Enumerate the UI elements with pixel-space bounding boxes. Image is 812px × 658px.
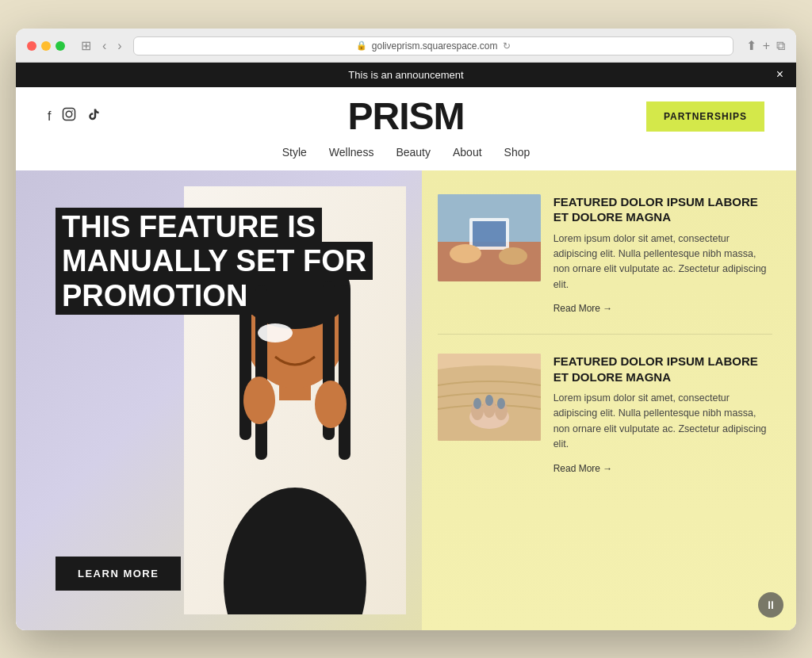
tabs-button[interactable]: ⧉ — [776, 38, 785, 53]
website-content: This is an announcement × f PRISM PARTNE… — [16, 63, 796, 630]
pause-button[interactable]: ⏸ — [758, 592, 783, 618]
article-1-image — [438, 194, 541, 281]
learn-more-button[interactable]: LEARN MORE — [56, 557, 181, 591]
svg-rect-0 — [63, 109, 75, 121]
instagram-link[interactable] — [62, 107, 76, 125]
svg-point-16 — [315, 381, 347, 428]
featured-article-2: FEATURED DOLOR IPSUM LABORE ET DOLORE MA… — [438, 354, 772, 475]
new-tab-button[interactable]: + — [763, 38, 770, 53]
hero-right: FEATURED DOLOR IPSUM LABORE ET DOLORE MA… — [422, 170, 796, 630]
svg-rect-20 — [473, 221, 506, 247]
svg-point-29 — [473, 398, 481, 409]
announcement-bar: This is an announcement × — [16, 63, 796, 87]
article-2-read-more[interactable]: Read More → — [553, 463, 613, 474]
article-1-title: FEATURED DOLOR IPSUM LABORE ET DOLORE MA… — [553, 194, 772, 225]
browser-chrome: ⊞ ‹ › 🔒 goliveprism.squarespace.com ↻ ⬆ … — [16, 29, 796, 63]
minimize-traffic-light[interactable] — [41, 41, 51, 51]
svg-point-22 — [499, 247, 527, 265]
partnerships-button[interactable]: PARTNERSHIPS — [646, 101, 764, 132]
instagram-icon — [62, 107, 76, 121]
hero-section: THIS FEATURE IS MANUALLY SET FOR PROMOTI… — [16, 170, 796, 630]
svg-point-14 — [258, 323, 293, 342]
browser-action-buttons: ⬆ + ⧉ — [746, 38, 785, 53]
svg-point-1 — [67, 111, 73, 117]
nav-wellness[interactable]: Wellness — [329, 146, 374, 159]
lock-icon: 🔒 — [356, 40, 367, 51]
article-1-body: Lorem ipsum dolor sit amet, consectetur … — [553, 231, 772, 293]
article-1-read-more[interactable]: Read More → — [553, 303, 613, 314]
reload-icon[interactable]: ↻ — [503, 40, 511, 52]
article-2-title: FEATURED DOLOR IPSUM LABORE ET DOLORE MA… — [553, 354, 772, 384]
forward-button[interactable]: › — [114, 37, 124, 55]
nav-beauty[interactable]: Beauty — [396, 146, 431, 159]
site-logo: PRISM — [347, 94, 464, 138]
featured-article-1: FEATURED DOLOR IPSUM LABORE ET DOLORE MA… — [438, 194, 772, 316]
browser-window: ⊞ ‹ › 🔒 goliveprism.squarespace.com ↻ ⬆ … — [16, 29, 796, 630]
facebook-link[interactable]: f — [48, 109, 51, 124]
svg-point-31 — [497, 398, 505, 409]
article-2-svg — [438, 354, 541, 441]
hero-headline: THIS FEATURE IS MANUALLY SET FOR PROMOTI… — [56, 210, 422, 314]
article-2-body: Lorem ipsum dolor sit amet, consectetur … — [553, 391, 772, 453]
back-button[interactable]: ‹ — [99, 37, 109, 55]
tiktok-link[interactable] — [87, 108, 101, 124]
header-top-row: f PRISM PARTNERSHIPS — [48, 101, 764, 132]
traffic-lights — [27, 41, 65, 51]
social-links: f — [48, 107, 101, 125]
article-2-content: FEATURED DOLOR IPSUM LABORE ET DOLORE MA… — [553, 354, 772, 475]
article-1-svg — [438, 194, 541, 281]
hero-wrapper: THIS FEATURE IS MANUALLY SET FOR PROMOTI… — [16, 170, 796, 630]
fullscreen-traffic-light[interactable] — [56, 41, 65, 51]
svg-point-2 — [72, 110, 74, 112]
address-bar[interactable]: 🔒 goliveprism.squarespace.com ↻ — [133, 36, 733, 55]
tiktok-icon — [87, 108, 101, 121]
svg-point-30 — [485, 395, 493, 406]
main-nav: Style Wellness Beauty About Shop — [282, 138, 530, 170]
site-header: f PRISM PARTNERSHIPS Style Wellness Beau… — [16, 87, 796, 170]
sidebar-toggle-button[interactable]: ⊞ — [78, 36, 94, 55]
url-text: goliveprism.squarespace.com — [372, 40, 498, 52]
announcement-text: This is an announcement — [348, 69, 463, 81]
article-1-content: FEATURED DOLOR IPSUM LABORE ET DOLORE MA… — [553, 194, 772, 316]
hero-headline-text: THIS FEATURE IS MANUALLY SET FOR PROMOTI… — [56, 208, 373, 315]
article-2-image — [438, 354, 541, 441]
announcement-close-button[interactable]: × — [776, 67, 783, 82]
svg-point-21 — [450, 244, 481, 263]
articles-divider — [438, 334, 772, 335]
close-traffic-light[interactable] — [27, 41, 36, 51]
browser-nav-controls: ⊞ ‹ › — [78, 36, 125, 55]
svg-point-15 — [243, 377, 275, 424]
hero-left: THIS FEATURE IS MANUALLY SET FOR PROMOTI… — [16, 170, 422, 630]
nav-about[interactable]: About — [453, 146, 482, 159]
share-button[interactable]: ⬆ — [746, 38, 756, 53]
nav-shop[interactable]: Shop — [504, 146, 530, 159]
nav-style[interactable]: Style — [282, 146, 307, 159]
